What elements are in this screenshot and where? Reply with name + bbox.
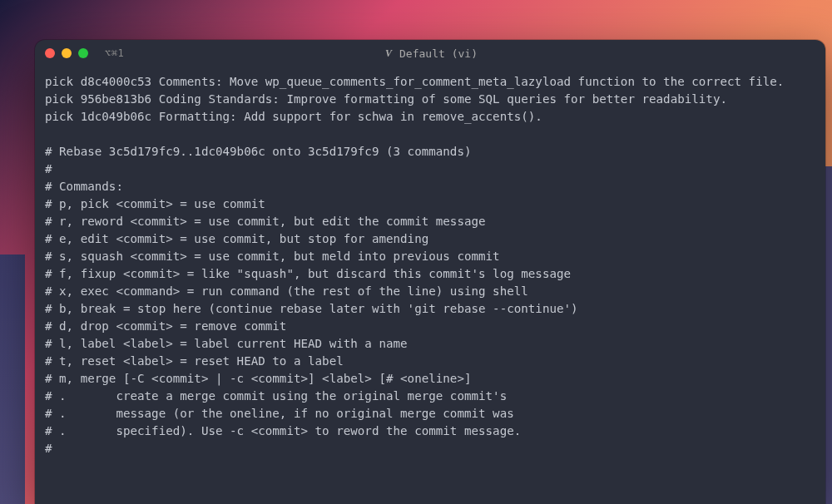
- minimize-button[interactable]: [62, 48, 72, 58]
- editor-line: # . message (or the oneline, if no origi…: [45, 405, 815, 422]
- editor-line: # p, pick <commit> = use commit: [45, 195, 815, 213]
- traffic-lights: [45, 48, 88, 58]
- editor-line: # b, break = stop here (continue rebase …: [45, 300, 815, 318]
- close-button[interactable]: [45, 48, 55, 58]
- editor-line: # . specified). Use -c <commit> to rewor…: [45, 422, 815, 440]
- editor-line: # s, squash <commit> = use commit, but m…: [45, 248, 815, 265]
- editor-line: # f, fixup <commit> = like "squash", but…: [45, 265, 815, 283]
- tab-indicator: ⌥⌘1: [105, 47, 124, 59]
- desktop-background-left: [0, 254, 25, 504]
- editor-content[interactable]: pick d8c4000c53 Comments: Move wp_queue_…: [35, 67, 825, 504]
- window-titlebar[interactable]: ⌥⌘1 V Default (vi): [35, 40, 825, 67]
- editor-line: # x, exec <command> = run command (the r…: [45, 283, 815, 300]
- window-title: Default (vi): [399, 47, 478, 60]
- editor-line: # Commands:: [45, 178, 815, 195]
- editor-line: # Rebase 3c5d179fc9..1dc049b06c onto 3c5…: [45, 143, 815, 161]
- window-title-center: V Default (vi): [383, 47, 478, 60]
- maximize-button[interactable]: [78, 48, 88, 58]
- editor-line: # t, reset <label> = reset HEAD to a lab…: [45, 353, 815, 370]
- editor-line: pick d8c4000c53 Comments: Move wp_queue_…: [45, 73, 815, 91]
- vim-icon: V: [383, 47, 394, 59]
- editor-line: # l, label <label> = label current HEAD …: [45, 335, 815, 353]
- editor-line: #: [45, 161, 815, 178]
- editor-line: #: [45, 440, 815, 457]
- editor-line: # r, reword <commit> = use commit, but e…: [45, 213, 815, 230]
- editor-line: [45, 126, 815, 143]
- editor-line: pick 1dc049b06c Formatting: Add support …: [45, 108, 815, 126]
- editor-line: pick 956be813b6 Coding Standards: Improv…: [45, 91, 815, 108]
- editor-line: # . create a merge commit using the orig…: [45, 388, 815, 405]
- editor-line: # m, merge [-C <commit> | -c <commit>] <…: [45, 370, 815, 388]
- editor-line: # d, drop <commit> = remove commit: [45, 318, 815, 335]
- editor-line: # e, edit <commit> = use commit, but sto…: [45, 230, 815, 248]
- terminal-window: ⌥⌘1 V Default (vi) pick d8c4000c53 Comme…: [35, 40, 825, 504]
